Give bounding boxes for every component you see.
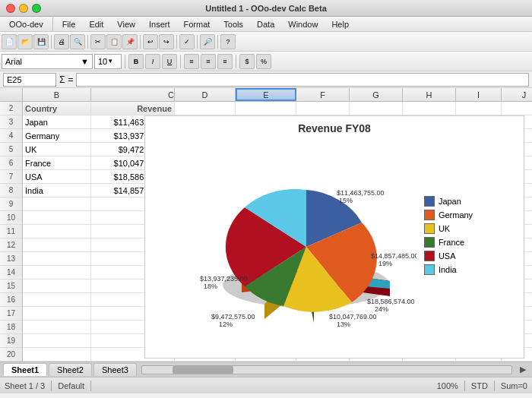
maximize-button[interactable] bbox=[32, 4, 41, 13]
cell-reference-box[interactable]: E25 bbox=[3, 73, 56, 87]
menu-insert[interactable]: Insert bbox=[143, 19, 176, 30]
bold-button[interactable]: B bbox=[128, 54, 144, 69]
minimize-button[interactable] bbox=[19, 4, 28, 13]
cell-f2[interactable] bbox=[296, 102, 350, 115]
cell-g2[interactable] bbox=[350, 102, 403, 115]
menu-view[interactable]: View bbox=[111, 19, 141, 30]
row-header-2[interactable]: 2 bbox=[0, 102, 22, 115]
sum-icon[interactable]: Σ bbox=[59, 74, 65, 85]
menu-format[interactable]: Format bbox=[178, 19, 217, 30]
scroll-thumb[interactable] bbox=[173, 366, 233, 374]
currency-button[interactable]: $ bbox=[239, 54, 255, 69]
row-header-4[interactable]: 4 bbox=[0, 129, 22, 143]
row-header-5[interactable]: 5 bbox=[0, 143, 22, 156]
cell-b15[interactable] bbox=[23, 280, 91, 292]
row-header-19[interactable]: 19 bbox=[0, 334, 22, 348]
menu-tools[interactable]: Tools bbox=[217, 19, 249, 30]
pie-chart[interactable]: Revenue FY08 bbox=[144, 115, 524, 359]
col-header-f[interactable]: F bbox=[296, 88, 350, 101]
open-button[interactable]: 📂 bbox=[17, 34, 33, 49]
cell-b3[interactable]: Japan bbox=[23, 115, 91, 128]
menu-edit[interactable]: Edit bbox=[83, 19, 109, 30]
cell-b11[interactable] bbox=[23, 225, 91, 238]
row-header-15[interactable]: 15 bbox=[0, 280, 22, 293]
sheet-tab-2[interactable]: Sheet2 bbox=[49, 363, 92, 376]
cell-b5[interactable]: UK bbox=[23, 143, 91, 156]
cell-b10[interactable] bbox=[23, 211, 91, 224]
app-name[interactable]: OOo-dev bbox=[3, 19, 49, 30]
col-header-c[interactable]: C bbox=[91, 88, 175, 101]
cell-b8[interactable]: India bbox=[23, 184, 91, 197]
col-header-g[interactable]: G bbox=[350, 88, 403, 101]
cell-i2[interactable] bbox=[456, 102, 502, 115]
row-header-11[interactable]: 11 bbox=[0, 225, 22, 238]
cell-b7[interactable]: USA bbox=[23, 170, 91, 183]
find-button[interactable]: 🔎 bbox=[200, 34, 215, 49]
redo-button[interactable]: ↪ bbox=[159, 34, 174, 49]
percent-button[interactable]: % bbox=[256, 54, 271, 69]
row-header-12[interactable]: 12 bbox=[0, 238, 22, 252]
cell-j2[interactable] bbox=[502, 102, 532, 115]
row-header-14[interactable]: 14 bbox=[0, 266, 22, 280]
cell-e2[interactable] bbox=[236, 102, 296, 115]
row-header-10[interactable]: 10 bbox=[0, 211, 22, 225]
scroll-right-arrow[interactable]: ▶ bbox=[517, 365, 529, 374]
cell-d2[interactable] bbox=[175, 102, 236, 115]
print-button[interactable]: 🖨 bbox=[54, 34, 69, 49]
font-size-box[interactable]: 10 ▼ bbox=[94, 54, 122, 69]
row-header-13[interactable]: 13 bbox=[0, 252, 22, 266]
row-header-17[interactable]: 17 bbox=[0, 307, 22, 321]
row-header-6[interactable]: 6 bbox=[0, 156, 22, 170]
row-header-9[interactable]: 9 bbox=[0, 197, 22, 211]
row-header-8[interactable]: 8 bbox=[0, 184, 22, 197]
font-name-dropdown-icon[interactable]: ▼ bbox=[81, 57, 89, 66]
menu-file[interactable]: File bbox=[56, 19, 82, 30]
cell-b14[interactable] bbox=[23, 266, 91, 279]
align-right-button[interactable]: ≡ bbox=[217, 54, 233, 69]
align-center-button[interactable]: ≡ bbox=[201, 54, 216, 69]
cell-b17[interactable] bbox=[23, 307, 91, 320]
underline-button[interactable]: U bbox=[162, 54, 177, 69]
header-country[interactable]: Country bbox=[23, 102, 91, 115]
col-header-b[interactable]: B bbox=[23, 88, 91, 101]
font-name-box[interactable]: Arial ▼ bbox=[2, 54, 93, 69]
undo-button[interactable]: ↩ bbox=[143, 34, 158, 49]
cell-b13[interactable] bbox=[23, 252, 91, 265]
paste-button[interactable]: 📌 bbox=[122, 34, 138, 49]
align-left-button[interactable]: ≡ bbox=[184, 54, 199, 69]
italic-button[interactable]: I bbox=[145, 54, 160, 69]
row-header-18[interactable]: 18 bbox=[0, 321, 22, 334]
col-header-d[interactable]: D bbox=[175, 88, 236, 101]
cell-b16[interactable] bbox=[23, 293, 91, 306]
col-header-i[interactable]: I bbox=[456, 88, 502, 101]
help-button[interactable]: ? bbox=[220, 34, 236, 49]
function-icon[interactable]: = bbox=[68, 74, 73, 85]
new-button[interactable]: 📄 bbox=[2, 34, 17, 49]
sheet-tab-3[interactable]: Sheet3 bbox=[93, 363, 137, 376]
col-header-h[interactable]: H bbox=[403, 88, 456, 101]
cell-b6[interactable]: France bbox=[23, 156, 91, 169]
col-header-j[interactable]: J bbox=[502, 88, 532, 101]
copy-button[interactable]: 📋 bbox=[106, 34, 122, 49]
menu-window[interactable]: Window bbox=[282, 19, 324, 30]
header-revenue[interactable]: Revenue bbox=[91, 102, 175, 115]
sheet-tab-1[interactable]: Sheet1 bbox=[3, 363, 47, 376]
row-header-16[interactable]: 16 bbox=[0, 293, 22, 307]
menu-data[interactable]: Data bbox=[251, 19, 280, 30]
cell-b20[interactable] bbox=[23, 348, 91, 361]
cut-button[interactable]: ✂ bbox=[90, 34, 106, 49]
cell-h2[interactable] bbox=[403, 102, 456, 115]
cell-b12[interactable] bbox=[23, 238, 91, 251]
menu-help[interactable]: Help bbox=[325, 19, 355, 30]
col-header-e[interactable]: E bbox=[236, 88, 296, 101]
horizontal-scrollbar[interactable] bbox=[141, 365, 512, 374]
cell-b19[interactable] bbox=[23, 334, 91, 347]
row-header-20[interactable]: 20 bbox=[0, 348, 22, 362]
cell-b18[interactable] bbox=[23, 321, 91, 333]
spell-button[interactable]: ✓ bbox=[179, 34, 195, 49]
cell-b9[interactable] bbox=[23, 197, 91, 210]
row-header-7[interactable]: 7 bbox=[0, 170, 22, 184]
print-preview-button[interactable]: 🔍 bbox=[70, 34, 85, 49]
cell-b4[interactable]: Germany bbox=[23, 129, 91, 142]
save-button[interactable]: 💾 bbox=[33, 34, 49, 49]
